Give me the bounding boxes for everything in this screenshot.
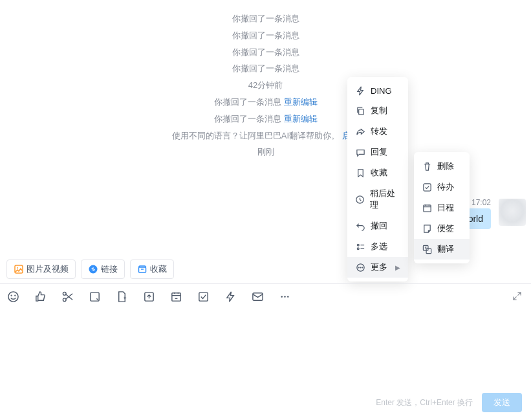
menu-label: 待办 (437, 181, 454, 193)
link-icon (88, 264, 98, 274)
send-button[interactable]: 发送 (482, 393, 522, 412)
ai-prompt-text: 使用不同的语言？让阿里巴巴AI翻译帮助你。 (172, 131, 340, 140)
menu-favorite[interactable]: 收藏 (347, 162, 408, 183)
message-input[interactable] (0, 309, 531, 393)
svg-point-3 (357, 247, 359, 249)
undo-icon (355, 221, 365, 231)
menu-note[interactable]: 便签 (414, 218, 470, 239)
chevron-right-icon: ▶ (395, 264, 400, 271)
svg-rect-11 (426, 249, 431, 254)
svg-point-27 (284, 296, 285, 297)
menu-label: 收藏 (371, 167, 387, 179)
svg-rect-0 (358, 109, 363, 114)
menu-label: 翻译 (437, 243, 454, 255)
recall-text: 你撤回了一条消息 (214, 97, 281, 107)
link-pill[interactable]: 链接 (81, 260, 125, 279)
favorite-pill[interactable]: 收藏 (130, 260, 174, 279)
svg-point-18 (14, 295, 15, 296)
menu-label: 稍后处理 (370, 188, 400, 211)
menu-label: 日程 (437, 202, 454, 214)
svg-rect-9 (423, 204, 430, 211)
svg-rect-15 (139, 267, 146, 272)
menu-label: 撤回 (371, 220, 387, 232)
lightning-icon (355, 85, 365, 96)
menu-label: 回复 (371, 146, 387, 158)
copy-icon (355, 105, 365, 116)
menu-ding[interactable]: DING (347, 81, 408, 100)
svg-rect-23 (171, 293, 180, 300)
task-icon[interactable] (197, 290, 210, 303)
pill-label: 链接 (101, 263, 118, 275)
menu-label: 删除 (437, 160, 454, 172)
menu-more[interactable]: 更多 ▶ (347, 257, 408, 278)
forward-icon (355, 126, 365, 137)
reply-icon (355, 147, 365, 157)
svg-point-13 (17, 267, 18, 269)
menu-label: 更多 (371, 261, 387, 273)
svg-point-6 (360, 267, 361, 268)
menu-forward[interactable]: 转发 (347, 121, 408, 142)
media-pill[interactable]: 图片及视频 (6, 260, 76, 279)
svg-rect-8 (423, 183, 430, 190)
pill-label: 图片及视频 (27, 263, 69, 275)
menu-later[interactable]: 稍后处理 (347, 183, 408, 216)
expand-icon[interactable] (512, 291, 522, 301)
note-icon (422, 223, 432, 234)
svg-point-16 (8, 291, 17, 301)
recall-text: 你撤回了一条消息 (214, 114, 281, 124)
menu-label: 转发 (371, 126, 387, 137)
re-edit-link[interactable]: 重新编辑 (284, 114, 318, 124)
footer-bar: Enter 发送，Ctrl+Enter 换行 发送 (376, 393, 522, 412)
thumbs-up-icon[interactable] (34, 290, 47, 303)
card-icon[interactable] (88, 290, 101, 303)
menu-schedule[interactable]: 日程 (414, 197, 470, 218)
bookmark-icon (355, 168, 365, 178)
svg-point-7 (362, 267, 362, 268)
clock-icon (355, 194, 365, 204)
checklist-icon (355, 241, 365, 252)
menu-translate[interactable]: 翻译 (414, 239, 470, 260)
recall-notice: 你撤回了一条消息 (0, 62, 531, 76)
re-edit-link[interactable]: 重新编辑 (284, 97, 318, 107)
menu-copy[interactable]: 复制 (347, 100, 408, 121)
image-icon (14, 264, 24, 274)
context-menu: DING 复制 转发 回复 收藏 稍后处理 撤回 多选 更多 ▶ (347, 77, 408, 282)
menu-multiselect[interactable]: 多选 (347, 236, 408, 257)
emoji-icon[interactable] (6, 290, 19, 303)
scissors-icon[interactable] (61, 290, 74, 303)
menu-todo[interactable]: 待办 (414, 177, 470, 197)
svg-point-26 (281, 296, 282, 297)
svg-point-2 (357, 244, 359, 246)
svg-point-17 (11, 295, 12, 296)
svg-rect-24 (199, 292, 207, 300)
calendar-icon[interactable] (169, 290, 182, 303)
menu-reply[interactable]: 回复 (347, 142, 408, 162)
translate-icon (422, 244, 432, 254)
more-icon[interactable] (278, 290, 291, 303)
recall-notice: 你撤回了一条消息 (0, 46, 531, 60)
calendar-icon (422, 203, 432, 213)
quick-links-bar: 图片及视频 链接 收藏 (6, 260, 174, 279)
menu-label: 复制 (371, 105, 387, 116)
recall-notice: 你撤回了一条消息 (0, 29, 531, 43)
recall-notice-editable: 你撤回了一条消息重新编辑 (0, 96, 531, 109)
recall-notice-editable: 你撤回了一条消息重新编辑 (0, 113, 531, 126)
menu-recall[interactable]: 撤回 (347, 216, 408, 236)
ai-translate-prompt: 使用不同的语言？让阿里巴巴AI翻译帮助你。启用 (0, 129, 531, 143)
mail-icon[interactable] (251, 290, 264, 303)
input-toolbar (6, 290, 291, 303)
upload-icon[interactable] (142, 290, 155, 303)
menu-delete[interactable]: 删除 (414, 156, 470, 177)
ding-icon[interactable] (224, 290, 237, 303)
pill-label: 收藏 (150, 263, 167, 275)
more-icon (355, 262, 365, 272)
trash-icon (422, 161, 432, 171)
svg-point-5 (358, 267, 359, 268)
send-hint: Enter 发送，Ctrl+Enter 换行 (376, 397, 473, 408)
recall-notice: 你撤回了一条消息 (0, 12, 531, 26)
avatar[interactable] (499, 199, 526, 226)
file-add-icon[interactable] (115, 290, 128, 303)
check-circle-icon (422, 182, 432, 192)
time-divider: 42分钟前 (0, 79, 531, 93)
menu-label: 便签 (437, 223, 454, 234)
